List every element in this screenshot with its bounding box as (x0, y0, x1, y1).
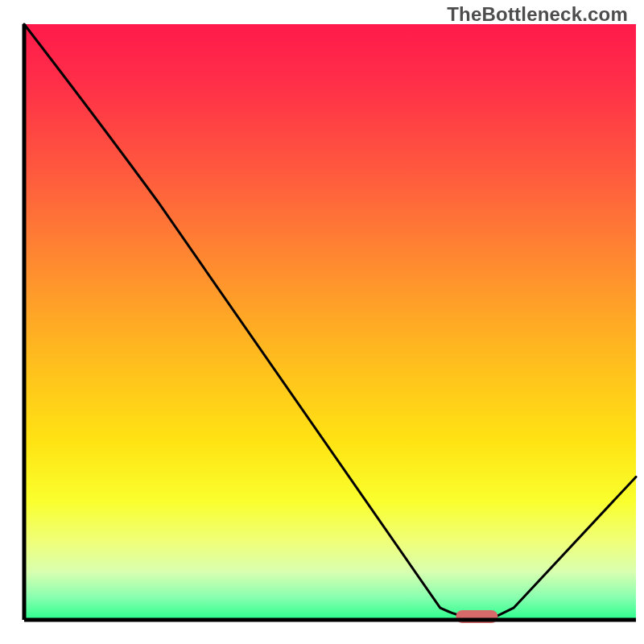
plot-background (24, 24, 636, 620)
chart-container: TheBottleneck.com (0, 0, 644, 644)
bottleneck-chart (0, 0, 644, 644)
watermark-label: TheBottleneck.com (447, 3, 628, 26)
